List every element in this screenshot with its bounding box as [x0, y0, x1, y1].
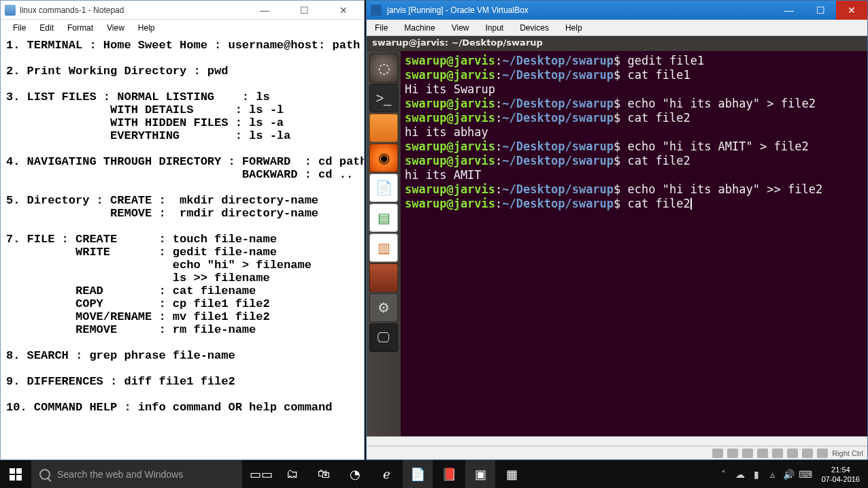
virtualbox-statusbar: Right Ctrl: [367, 446, 867, 459]
store-icon[interactable]: 🛍: [309, 460, 339, 488]
virtualbox-menubar: File Machine View Input Devices Help: [367, 20, 867, 36]
network-tray-icon[interactable]: ▵: [767, 469, 778, 480]
taskbar-spacer: [531, 460, 716, 488]
software-center-icon[interactable]: [369, 263, 398, 292]
clock-time: 21:54: [822, 465, 860, 474]
minimize-button[interactable]: —: [251, 5, 278, 16]
terminal-icon[interactable]: >_: [369, 84, 398, 112]
dash-icon[interactable]: ◌: [369, 54, 398, 82]
svg-rect-0: [10, 468, 15, 474]
virtualbox-titlebar[interactable]: jarvis [Running] - Oracle VM VirtualBox …: [367, 1, 867, 20]
virtualbox-window: jarvis [Running] - Oracle VM VirtualBox …: [366, 0, 868, 460]
edge-icon[interactable]: ℯ: [371, 460, 401, 488]
task-view-icon[interactable]: ▭▭: [246, 460, 276, 488]
clock-date: 07-04-2016: [822, 474, 860, 484]
notepad-title: linux commands-1 - Notepad: [20, 5, 251, 15]
acrobat-icon[interactable]: 📕: [434, 460, 464, 488]
file-explorer-icon[interactable]: 🗂: [278, 460, 307, 488]
keyboard-icon[interactable]: ⌨: [800, 469, 811, 480]
menu-devices[interactable]: Devices: [512, 21, 557, 35]
misc-app-icon[interactable]: ▦: [497, 460, 527, 488]
search-placeholder: Search the web and Windows: [57, 469, 183, 480]
virtualbox-window-controls: — ☐ ✕: [773, 1, 867, 20]
minimize-button[interactable]: —: [773, 1, 805, 20]
files-icon[interactable]: [369, 114, 398, 142]
menu-help[interactable]: Help: [133, 22, 161, 34]
virtualbox-icon: [371, 5, 382, 16]
windows-logo-icon: [10, 468, 22, 481]
menu-edit[interactable]: Edit: [34, 22, 59, 34]
system-tray: ˄ ☁ ▮ ▵ 🔊 ⌨ 21:54 07-04-2016: [716, 460, 868, 488]
menu-help[interactable]: Help: [557, 21, 590, 35]
mouse-integration-icon: [817, 449, 828, 458]
horizontal-scrollbar[interactable]: [367, 436, 867, 446]
terminal-output[interactable]: swarup@jarvis:~/Desktop/swarup$ gedit fi…: [405, 54, 865, 211]
notepad-text[interactable]: 1. TERMINAL : Home Sweet Home : username…: [6, 39, 358, 414]
notepad-icon: [5, 5, 16, 16]
terminal-window-title[interactable]: swarup@jarvis: ~/Desktop/swarup: [367, 36, 867, 51]
display-indicator-icon: [787, 449, 798, 458]
writer-icon[interactable]: 📄: [369, 174, 398, 202]
settings-icon[interactable]: ⚙: [369, 293, 398, 322]
calc-icon[interactable]: ▤: [369, 204, 398, 232]
taskbar-search[interactable]: Search the web and Windows: [31, 460, 242, 488]
impress-icon[interactable]: ▥: [369, 233, 398, 262]
display-icon[interactable]: 🖵: [369, 323, 398, 352]
unity-launcher: ◌ >_ ◉ 📄 ▤ ▥ ⚙ 🖵: [367, 51, 401, 446]
guest-display[interactable]: swarup@jarvis: ~/Desktop/swarup ◌ >_ ◉ 📄…: [367, 36, 867, 446]
onedrive-icon[interactable]: ☁: [735, 469, 746, 480]
terminal-pane[interactable]: swarup@jarvis:~/Desktop/swarup$ gedit fi…: [401, 51, 867, 446]
notepad-menubar: File Edit Format View Help: [1, 20, 364, 36]
taskbar-apps: ▭▭ 🗂 🛍 ◔ ℯ 📄 📕 ▣ ▦: [242, 460, 531, 488]
hdd-indicator-icon: [712, 449, 723, 458]
menu-input[interactable]: Input: [478, 21, 512, 35]
menu-view[interactable]: View: [101, 22, 130, 34]
maximize-button[interactable]: ☐: [290, 5, 318, 16]
usb-indicator-icon: [742, 449, 753, 458]
menu-format[interactable]: Format: [62, 22, 99, 34]
svg-rect-3: [16, 475, 22, 481]
close-button[interactable]: ✕: [330, 5, 357, 16]
menu-file[interactable]: File: [367, 21, 396, 35]
chevron-up-icon[interactable]: ˄: [718, 469, 729, 480]
virtualbox-taskbar-icon[interactable]: ▣: [465, 460, 495, 488]
video-capture-icon: [802, 449, 813, 458]
menu-view[interactable]: View: [444, 21, 478, 35]
svg-rect-2: [10, 475, 15, 481]
notepad-taskbar-icon[interactable]: 📄: [403, 460, 433, 488]
notepad-titlebar[interactable]: linux commands-1 - Notepad — ☐ ✕: [1, 1, 364, 20]
menu-machine[interactable]: Machine: [396, 21, 443, 35]
network-indicator-icon: [757, 449, 768, 458]
volume-icon[interactable]: 🔊: [784, 469, 795, 480]
notepad-editor[interactable]: 1. TERMINAL : Home Sweet Home : username…: [1, 36, 364, 459]
maximize-button[interactable]: ☐: [805, 1, 836, 20]
search-icon: [39, 469, 50, 480]
taskbar-clock[interactable]: 21:54 07-04-2016: [816, 465, 865, 484]
cortana-icon[interactable]: ◔: [340, 460, 370, 488]
close-button[interactable]: ✕: [836, 1, 867, 20]
optical-indicator-icon: [727, 449, 738, 458]
menu-file[interactable]: File: [7, 22, 31, 34]
svg-rect-1: [16, 468, 22, 474]
notepad-window: linux commands-1 - Notepad — ☐ ✕ File Ed…: [0, 0, 365, 460]
virtualbox-title: jarvis [Running] - Oracle VM VirtualBox: [387, 5, 773, 15]
hostkey-label: Right Ctrl: [832, 449, 863, 457]
shared-folders-icon: [772, 449, 783, 458]
battery-icon[interactable]: ▮: [751, 469, 762, 480]
firefox-icon[interactable]: ◉: [369, 144, 398, 172]
windows-taskbar: Search the web and Windows ▭▭ 🗂 🛍 ◔ ℯ 📄 …: [0, 460, 868, 488]
notepad-window-controls: — ☐ ✕: [251, 5, 363, 16]
start-button[interactable]: [0, 460, 31, 488]
